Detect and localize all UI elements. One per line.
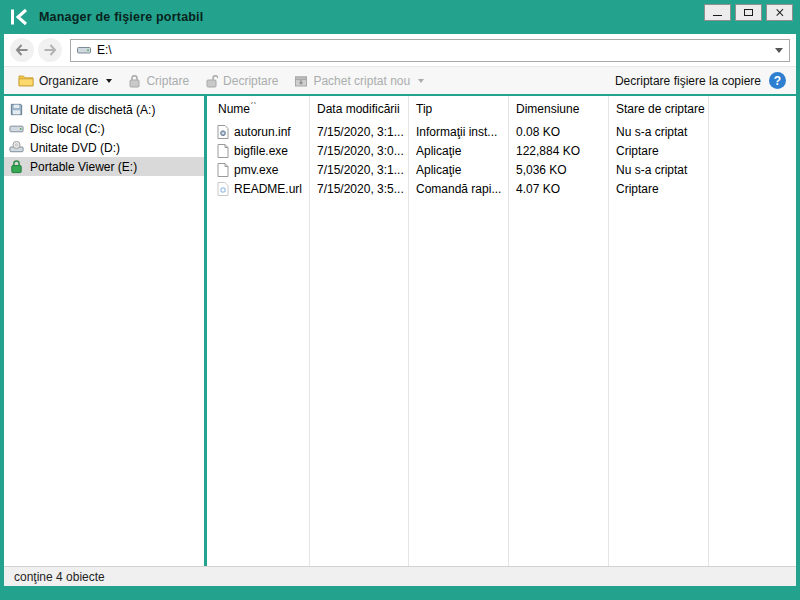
column-header-modified[interactable]: Data modificării xyxy=(309,102,408,116)
window-content: E:\ Organizare Criptare xyxy=(4,34,796,586)
column-header-type[interactable]: Tip xyxy=(408,102,508,116)
decrypt-button[interactable]: Decriptare xyxy=(197,69,286,93)
file-encryption-status: Nu s-a criptat xyxy=(608,125,708,139)
minimize-button[interactable] xyxy=(704,4,731,21)
toolbar: Organizare Criptare Decriptare xyxy=(4,66,796,94)
file-row-autorun[interactable]: autorun.inf 7/15/2020, 3:1... Informaţii… xyxy=(207,122,796,141)
close-icon xyxy=(767,5,792,20)
file-row-pmv[interactable]: pmv.exe 7/15/2020, 3:1... Aplicaţie 5,03… xyxy=(207,160,796,179)
minimize-icon xyxy=(713,15,722,16)
encrypt-button[interactable]: Criptare xyxy=(120,69,197,93)
address-path: E:\ xyxy=(97,43,769,57)
decrypt-unlock-icon xyxy=(205,74,218,88)
green-lock-icon xyxy=(9,159,24,174)
file-row-readme[interactable]: README.url 7/15/2020, 3:5... Comandă rap… xyxy=(207,179,796,198)
file-type: Aplicaţie xyxy=(408,144,508,158)
file-name: autorun.inf xyxy=(234,125,291,139)
maximize-icon xyxy=(744,9,753,16)
setup-file-icon xyxy=(217,125,229,139)
file-size: 122,884 KO xyxy=(508,144,608,158)
application-file-icon xyxy=(217,144,229,158)
file-modified: 7/15/2020, 3:1... xyxy=(309,163,408,177)
file-modified: 7/15/2020, 3:5... xyxy=(309,182,408,196)
file-list-pane: ^ Nume Data modificării Tip Dimensiune S… xyxy=(207,96,796,566)
drive-tree: Unitate de dischetă (A:) Disc local (C:) xyxy=(4,96,204,566)
kaspersky-logo-icon xyxy=(8,6,30,28)
decrypt-on-copy-label: Decriptare fişiere la copiere xyxy=(615,74,761,88)
shortcut-file-icon xyxy=(217,182,229,196)
file-size: 4.07 KO xyxy=(508,182,608,196)
address-combobox[interactable]: E:\ xyxy=(70,39,790,62)
file-name: bigfile.exe xyxy=(234,144,288,158)
status-text: conţine 4 obiecte xyxy=(14,570,105,584)
back-button[interactable] xyxy=(10,38,34,62)
application-file-icon xyxy=(217,163,229,177)
organize-button[interactable]: Organizare xyxy=(10,69,120,93)
organize-caret-icon xyxy=(106,79,112,83)
file-modified: 7/15/2020, 3:1... xyxy=(309,125,408,139)
file-type: Aplicaţie xyxy=(408,163,508,177)
sidebar-item-dvd-d[interactable]: Unitate DVD (D:) xyxy=(4,138,204,157)
sidebar-item-label: Unitate DVD (D:) xyxy=(30,141,120,155)
sidebar-item-label: Portable Viewer (E:) xyxy=(30,160,137,174)
folder-icon xyxy=(18,74,34,87)
app-window: Manager de fişiere portabil xyxy=(0,0,800,600)
encrypt-label: Criptare xyxy=(146,74,189,88)
main-area: Unitate de dischetă (A:) Disc local (C:) xyxy=(4,96,796,566)
back-arrow-icon xyxy=(14,42,30,58)
new-package-label: Pachet criptat nou xyxy=(313,74,410,88)
sidebar-item-local-disk-c[interactable]: Disc local (C:) xyxy=(4,119,204,138)
column-header-size[interactable]: Dimensiune xyxy=(508,102,608,116)
file-encryption-status: Nu s-a criptat xyxy=(608,163,708,177)
help-icon[interactable]: ? xyxy=(769,72,786,89)
package-icon xyxy=(294,74,308,87)
decrypt-label: Decriptare xyxy=(223,74,278,88)
file-modified: 7/15/2020, 3:0... xyxy=(309,144,408,158)
sidebar-item-floppy-a[interactable]: Unitate de dischetă (A:) xyxy=(4,100,204,119)
file-encryption-status: Criptare xyxy=(608,182,708,196)
forward-button[interactable] xyxy=(38,38,62,62)
column-header-name[interactable]: ^ Nume xyxy=(207,102,309,116)
drive-icon xyxy=(77,44,91,56)
file-type: Informaţii inst... xyxy=(408,125,508,139)
new-package-caret-icon xyxy=(418,79,424,83)
address-row: E:\ xyxy=(4,34,796,66)
file-type: Comandă rapi... xyxy=(408,182,508,196)
close-button[interactable] xyxy=(766,4,793,21)
file-row-bigfile[interactable]: bigfile.exe 7/15/2020, 3:0... Aplicaţie … xyxy=(207,141,796,160)
status-bar: conţine 4 obiecte xyxy=(4,566,796,586)
window-title: Manager de fişiere portabil xyxy=(39,10,203,24)
file-name: pmv.exe xyxy=(234,163,278,177)
sidebar-item-portable-viewer-e[interactable]: Portable Viewer (E:) xyxy=(4,157,204,176)
sidebar-item-label: Unitate de dischetă (A:) xyxy=(30,103,155,117)
organize-label: Organizare xyxy=(39,74,98,88)
floppy-icon xyxy=(9,102,24,117)
file-size: 0.08 KO xyxy=(508,125,608,139)
sort-ascending-icon: ^ xyxy=(251,102,256,110)
column-header-encryption-status[interactable]: Stare de criptare xyxy=(608,102,708,116)
window-controls xyxy=(704,4,793,21)
file-name: README.url xyxy=(234,182,302,196)
new-encrypted-package-button[interactable]: Pachet criptat nou xyxy=(286,69,432,93)
file-encryption-status: Criptare xyxy=(608,144,708,158)
title-bar: Manager de fişiere portabil xyxy=(0,0,800,34)
dvd-icon xyxy=(9,140,24,155)
file-size: 5,036 KO xyxy=(508,163,608,177)
sidebar-item-label: Disc local (C:) xyxy=(30,122,105,136)
forward-arrow-icon xyxy=(42,42,58,58)
toolbar-right: Decriptare fişiere la copiere ? xyxy=(615,72,788,89)
hdd-icon xyxy=(9,121,24,136)
encrypt-lock-icon xyxy=(128,74,141,88)
address-dropdown-icon[interactable] xyxy=(775,48,783,53)
file-list-header: ^ Nume Data modificării Tip Dimensiune S… xyxy=(207,96,796,122)
maximize-button[interactable] xyxy=(735,4,762,21)
